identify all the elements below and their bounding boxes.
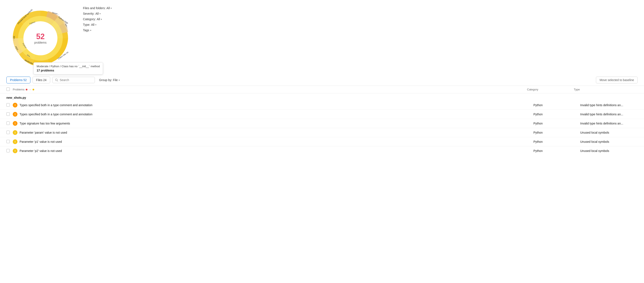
severity-icon-5: !	[13, 149, 18, 153]
donut-chart: Unused local symbols Incorr... Python Hi…	[6, 4, 74, 72]
problem-rows: ! Types specified both in a type comment…	[0, 101, 644, 155]
severity-icon-3: !	[13, 130, 18, 135]
problem-description-2: Type signature has too few arguments	[20, 122, 534, 125]
problem-category-1: Python	[534, 113, 580, 116]
tab-files[interactable]: Files 24	[32, 77, 50, 83]
chevron-down-icon: ▾	[110, 7, 112, 9]
tooltip-count: 17 problems	[36, 69, 100, 72]
filter-category-value: All	[97, 18, 100, 21]
filter-files-folders[interactable]: Files and folders: All ▾	[83, 7, 112, 10]
problem-type-5: Unused local symbols	[580, 149, 644, 153]
row-checkbox-col	[6, 112, 13, 116]
row-checkbox-3[interactable]	[6, 131, 10, 134]
problem-type-3: Unused local symbols	[580, 131, 644, 134]
filter-files-label: Files and folders:	[83, 7, 106, 10]
dot-yellow-icon	[32, 89, 34, 90]
severity-icon-0: !	[13, 103, 18, 107]
table-row: ! Parameter 'p1' value is not used Pytho…	[0, 137, 644, 146]
svg-point-0	[24, 21, 58, 55]
tab-problems[interactable]: Problems 52	[6, 77, 30, 83]
row-checkbox-col	[6, 131, 13, 135]
header-type-label: Type	[574, 88, 580, 91]
problem-description-4: Parameter 'p1' value is not used	[20, 140, 534, 143]
row-checkbox-col	[6, 149, 13, 153]
header-problems: Problems →	[13, 88, 527, 91]
search-icon	[55, 79, 58, 82]
problem-description-0: Types specified both in a type comment a…	[20, 103, 534, 107]
tooltip-title: Moderate / Python / Class has no `__init…	[36, 65, 100, 68]
chevron-down-icon5: ▾	[90, 29, 91, 32]
row-checkbox-2[interactable]	[6, 122, 10, 125]
problem-type-4: Unused local symbols	[580, 140, 644, 143]
severity-icon-1: !	[13, 112, 18, 117]
move-baseline-button[interactable]: Move selected to baseline	[596, 77, 638, 83]
dot-red-icon	[26, 89, 28, 90]
row-checkbox-col	[6, 122, 13, 126]
problem-description-3: Parameter 'param' value is not used	[20, 131, 534, 134]
filter-tags[interactable]: Tags ▾	[83, 29, 112, 32]
problem-category-0: Python	[534, 103, 580, 107]
group-by-label: Group by: File	[99, 78, 118, 82]
problem-category-3: Python	[534, 131, 580, 134]
problem-description-1: Types specified both in a type comment a…	[20, 113, 534, 116]
severity-icon-4: !	[13, 139, 18, 144]
table-header: Problems → Category Type	[0, 86, 644, 93]
toolbar: Problems 52 Files 24 Group by: File ▾ Mo…	[0, 75, 644, 86]
chevron-down-icon3: ▾	[101, 18, 102, 21]
select-all-checkbox[interactable]	[6, 88, 10, 91]
chart-svg: Unused local symbols Incorr... Python Hi…	[6, 4, 74, 72]
file-name: new_shots.py	[6, 96, 638, 99]
table-row: ! Types specified both in a type comment…	[0, 110, 644, 119]
problem-type-1: Invalid type hints definitions an...	[580, 113, 644, 116]
filter-type[interactable]: Type: All ▾	[83, 23, 112, 26]
severity-icon-2: !	[13, 121, 18, 126]
filter-files-value: All	[106, 7, 110, 10]
problem-category-4: Python	[534, 140, 580, 143]
filters-panel: Files and folders: All ▾ Severity: All ▾…	[83, 4, 112, 32]
filter-category[interactable]: Category: All ▾	[83, 18, 112, 21]
problem-type-2: Invalid type hints definitions an...	[580, 122, 644, 125]
row-checkbox-0[interactable]	[6, 103, 10, 107]
row-checkbox-1[interactable]	[6, 112, 10, 116]
file-group: new_shots.py	[0, 93, 644, 101]
search-box	[52, 77, 95, 83]
row-checkbox-4[interactable]	[6, 140, 10, 143]
problem-type-0: Invalid type hints definitions an...	[580, 103, 644, 107]
chevron-down-icon6: ▾	[119, 79, 120, 81]
table-row: ! Types specified both in a type comment…	[0, 101, 644, 110]
arrow-right-icon: →	[29, 88, 31, 91]
header-category: Category	[527, 88, 574, 91]
problem-category-5: Python	[534, 149, 580, 153]
filter-severity[interactable]: Severity: All ▾	[83, 12, 112, 15]
chevron-down-icon2: ▾	[100, 13, 100, 15]
search-input[interactable]	[60, 78, 92, 82]
chevron-down-icon4: ▾	[95, 24, 96, 26]
header-category-label: Category	[527, 88, 538, 91]
table-row: ! Parameter 'p2' value is not used Pytho…	[0, 146, 644, 155]
svg-line-2	[57, 81, 58, 82]
filter-severity-label: Severity:	[83, 12, 94, 15]
filter-tags-label: Tags	[83, 29, 89, 32]
row-checkbox-col	[6, 140, 13, 144]
table-row: ! Parameter 'param' value is not used Py…	[0, 128, 644, 137]
row-checkbox-5[interactable]	[6, 149, 10, 152]
header-type: Type	[574, 88, 638, 91]
filter-type-label: Type:	[83, 23, 90, 26]
header-problems-label: Problems	[13, 88, 24, 91]
table-row: ! Type signature has too few arguments P…	[0, 119, 644, 128]
filter-type-value: All	[91, 23, 94, 26]
problem-description-5: Parameter 'p2' value is not used	[20, 149, 534, 153]
chart-tooltip: Moderate / Python / Class has no `__init…	[34, 62, 103, 75]
filter-severity-value: All	[95, 12, 99, 15]
problem-category-2: Python	[534, 122, 580, 125]
group-by-dropdown[interactable]: Group by: File ▾	[97, 77, 122, 83]
row-checkbox-col	[6, 103, 13, 107]
filter-category-label: Category:	[83, 18, 96, 21]
header-checkbox-col	[6, 88, 13, 92]
